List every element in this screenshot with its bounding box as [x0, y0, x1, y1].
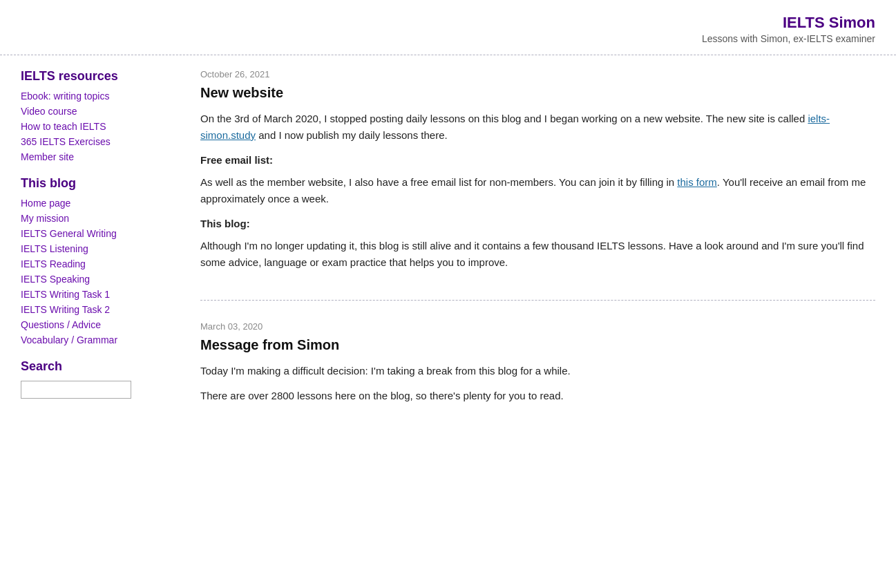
sidebar: IELTS resources Ebook: writing topics Vi… — [21, 69, 173, 454]
sidebar-link-questions[interactable]: Questions / Advice — [21, 319, 173, 330]
post-para-1-4: This blog: — [200, 216, 875, 232]
sidebar-link-member[interactable]: Member site — [21, 151, 173, 162]
sidebar-link-speaking[interactable]: IELTS Speaking — [21, 274, 173, 285]
this-form-link[interactable]: this form — [677, 176, 717, 188]
sidebar-link-home[interactable]: Home page — [21, 198, 173, 209]
post-new-website: October 26, 2021 New website On the 3rd … — [200, 69, 875, 301]
sidebar-link-writing1[interactable]: IELTS Writing Task 1 — [21, 289, 173, 300]
main-layout: IELTS resources Ebook: writing topics Vi… — [0, 55, 896, 468]
sidebar-link-reading[interactable]: IELTS Reading — [21, 258, 173, 269]
sidebar-link-listening[interactable]: IELTS Listening — [21, 243, 173, 254]
post-para-1-2: Free email list: — [200, 152, 875, 169]
post-date-1: October 26, 2021 — [200, 69, 875, 79]
ielts-resources-heading: IELTS resources — [21, 69, 173, 84]
site-header: IELTS Simon Lessons with Simon, ex-IELTS… — [0, 0, 896, 55]
ielts-simon-study-link[interactable]: ielts-simon.study — [200, 113, 830, 141]
post-para-1-1: On the 3rd of March 2020, I stopped post… — [200, 111, 875, 144]
post-para-1-3: As well as the member website, I also ha… — [200, 174, 875, 207]
site-subtitle: Lessons with Simon, ex-IELTS examiner — [21, 33, 875, 44]
post-title-1: New website — [200, 85, 875, 101]
post-para-2-2: There are over 2800 lessons here on the … — [200, 388, 875, 404]
post-message-from-simon: March 03, 2020 Message from Simon Today … — [200, 321, 875, 433]
content-area: October 26, 2021 New website On the 3rd … — [200, 69, 875, 454]
sidebar-link-writing2[interactable]: IELTS Writing Task 2 — [21, 304, 173, 315]
sidebar-link-general-writing[interactable]: IELTS General Writing — [21, 228, 173, 239]
search-input[interactable] — [21, 381, 131, 399]
sidebar-link-teach[interactable]: How to teach IELTS — [21, 121, 173, 132]
post-body-2: Today I'm making a difficult decision: I… — [200, 363, 875, 404]
search-heading: Search — [21, 359, 173, 374]
sidebar-link-exercises[interactable]: 365 IELTS Exercises — [21, 136, 173, 147]
post-date-2: March 03, 2020 — [200, 321, 875, 332]
sidebar-link-ebook[interactable]: Ebook: writing topics — [21, 91, 173, 102]
post-para-1-5: Although I'm no longer updating it, this… — [200, 238, 875, 271]
post-para-2-1: Today I'm making a difficult decision: I… — [200, 363, 875, 379]
post-title-2: Message from Simon — [200, 337, 875, 353]
sidebar-link-video[interactable]: Video course — [21, 106, 173, 117]
this-blog-heading: This blog — [21, 176, 173, 191]
sidebar-link-vocab[interactable]: Vocabulary / Grammar — [21, 334, 173, 345]
post-body-1: On the 3rd of March 2020, I stopped post… — [200, 111, 875, 271]
sidebar-link-mission[interactable]: My mission — [21, 213, 173, 224]
site-title: IELTS Simon — [21, 14, 875, 32]
